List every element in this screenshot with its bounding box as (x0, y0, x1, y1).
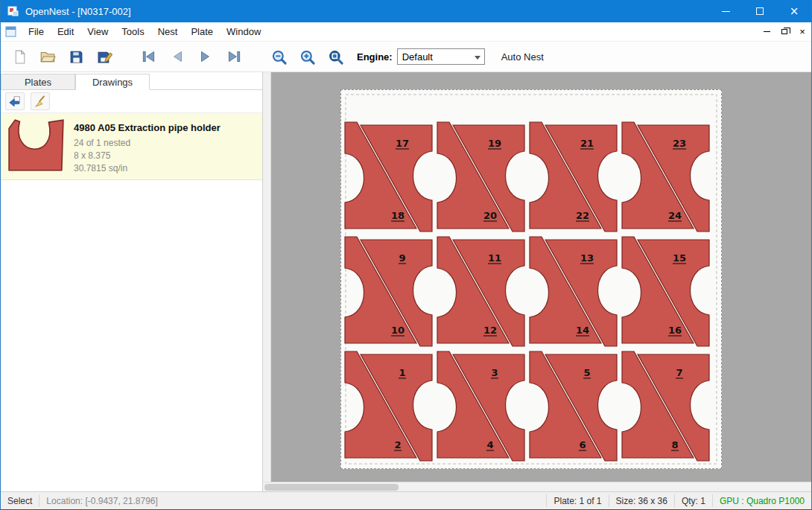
drawings-toolbar (1, 90, 262, 112)
go-next-button[interactable] (193, 45, 218, 68)
part-thumbnail (7, 118, 66, 173)
part-number: 11 (488, 252, 501, 264)
nest-pair: 1718 (345, 122, 432, 232)
close-icon: × (790, 6, 799, 17)
nest-pair: 34 (437, 351, 524, 461)
chevron-down-icon (475, 56, 480, 60)
part-number: 12 (483, 325, 497, 336)
drawing-list-item[interactable]: 4980 A05 Extraction pipe holder 24 of 1 … (1, 112, 262, 180)
go-last-icon (226, 48, 242, 65)
horizontal-scrollbar[interactable] (263, 482, 811, 491)
menu-tools[interactable]: Tools (115, 23, 150, 40)
part-number: 22 (576, 210, 589, 221)
go-first-icon (141, 48, 157, 65)
tab-plates[interactable]: Plates (1, 74, 75, 89)
engine-label: Engine: (357, 51, 393, 63)
minimize-button[interactable] (708, 0, 743, 22)
drawing-area: 30.7815 sq/in (74, 162, 221, 175)
close-button[interactable]: × (777, 0, 811, 22)
part-number: 8 (671, 439, 678, 450)
part-number: 5 (583, 367, 590, 378)
engine-select[interactable]: Default (397, 48, 485, 65)
status-qty: Qty: 1 (675, 492, 712, 509)
part-number: 1 (399, 367, 405, 378)
auto-nest-label[interactable]: Auto Nest (501, 51, 544, 63)
scrollbar-thumb[interactable] (264, 484, 399, 491)
menu-plate[interactable]: Plate (184, 23, 220, 40)
zoom-fit-icon (327, 48, 344, 66)
nest-pair: 78 (622, 351, 709, 461)
menu-window[interactable]: Window (220, 23, 267, 40)
part-number: 18 (391, 210, 405, 221)
status-size: Size: 36 x 36 (609, 492, 674, 509)
go-first-button[interactable] (136, 45, 162, 68)
nest-pair: 1920 (437, 122, 524, 232)
zoom-in-button[interactable] (294, 45, 320, 68)
nest-pair: 2324 (622, 122, 709, 232)
part-number: 23 (673, 138, 686, 149)
part-number: 17 (396, 138, 409, 149)
mdi-minimize-button[interactable] (758, 24, 775, 40)
open-button[interactable] (35, 45, 60, 68)
part-number: 13 (580, 252, 594, 264)
open-folder-icon (39, 48, 56, 65)
save-edit-icon (97, 49, 112, 65)
nest-parts-root: 171819202122232491011121314151612345678 (345, 122, 709, 461)
app-window: OpenNest - [N0317-002] × File Edit View … (0, 0, 812, 510)
maximize-icon (756, 7, 764, 15)
part-number: 20 (483, 210, 497, 221)
drawing-nested-count: 24 of 1 nested (74, 137, 221, 150)
clear-button[interactable] (31, 92, 50, 110)
mdi-close-button[interactable]: × (793, 24, 811, 40)
status-gpu: GPU : Quadro P1000 (713, 492, 811, 509)
statusbar: Select Location: [-0.9437, 21.8796] Plat… (1, 491, 811, 509)
drawing-title: 4980 A05 Extraction pipe holder (74, 122, 221, 133)
save-icon (69, 49, 84, 65)
part-number: 7 (676, 367, 682, 378)
zoom-out-button[interactable] (266, 45, 291, 68)
toolbar: Engine: Default Auto Nest (1, 42, 811, 72)
go-next-icon (197, 48, 214, 65)
menu-view[interactable]: View (80, 23, 115, 40)
tab-drawings[interactable]: Drawings (75, 74, 150, 90)
titlebar: OpenNest - [N0317-002] × (1, 0, 811, 22)
status-location: Location: [-0.9437, 21.8796] (39, 492, 164, 509)
engine-value: Default (402, 51, 433, 63)
tabstrip: Plates Drawings (1, 72, 262, 90)
mdi-child-icon (5, 26, 17, 38)
menu-nest[interactable]: Nest (151, 23, 185, 40)
new-button[interactable] (7, 45, 32, 68)
nest-canvas[interactable]: 171819202122232491011121314151612345678 (263, 72, 811, 491)
mdi-close-icon: × (799, 27, 805, 36)
menu-file[interactable]: File (22, 23, 51, 40)
mdi-restore-icon (781, 29, 787, 34)
clear-broom-icon (34, 95, 47, 108)
zoom-in-icon (299, 48, 316, 66)
save-button[interactable] (63, 45, 89, 68)
maximize-button[interactable] (743, 0, 777, 22)
zoom-out-icon (270, 48, 288, 66)
part-number: 6 (579, 439, 586, 450)
menu-edit[interactable]: Edit (51, 23, 80, 40)
nest-pair: 12 (345, 351, 432, 461)
minimize-icon (722, 11, 730, 12)
zoom-fit-button[interactable] (323, 45, 348, 68)
go-previous-button[interactable] (165, 45, 190, 68)
part-number: 24 (668, 210, 682, 221)
pan-to-part-button[interactable] (5, 92, 25, 110)
left-panel: Plates Drawings (1, 72, 263, 491)
part-number: 3 (491, 367, 498, 378)
plate[interactable]: 171819202122232491011121314151612345678 (340, 89, 722, 469)
nest-pair: 2122 (530, 122, 617, 232)
vertical-scrollbar[interactable] (263, 72, 271, 482)
window-title: OpenNest - [N0317-002] (25, 6, 708, 17)
part-number: 4 (486, 439, 493, 450)
go-last-button[interactable] (221, 45, 247, 68)
save-as-button[interactable] (92, 45, 117, 68)
go-previous-icon (169, 48, 185, 65)
menubar: File Edit View Tools Nest Plate Window × (1, 22, 811, 42)
mdi-restore-button[interactable] (775, 24, 793, 40)
nest-pair: 56 (530, 351, 617, 461)
mdi-minimize-icon (764, 31, 770, 32)
part-number: 19 (488, 138, 501, 149)
